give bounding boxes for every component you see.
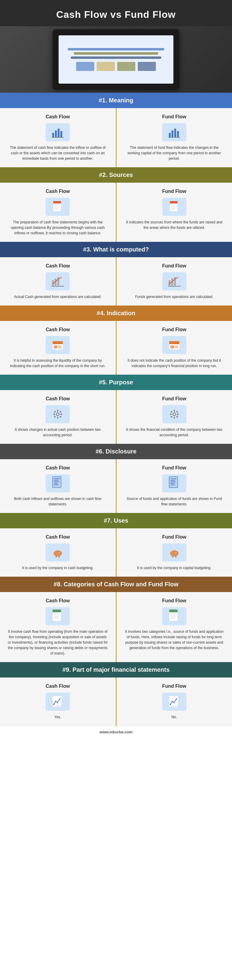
svg-rect-52	[170, 414, 172, 415]
svg-point-98	[55, 701, 56, 702]
cashflow-icon-5	[46, 405, 70, 423]
fundflow-title-6: Fund Flow	[162, 465, 186, 471]
laptop-screen	[59, 35, 173, 84]
svg-rect-20	[171, 208, 176, 208]
svg-rect-6	[171, 130, 173, 137]
cashflow-col-7: Cash Flow It is used by the company in c…	[0, 528, 117, 577]
svg-rect-69	[170, 482, 176, 482]
cashflow-col-3: Cash Flow Actual Cash generated from ope…	[0, 257, 117, 305]
svg-rect-71	[170, 485, 175, 485]
comparison-row-1: Cash Flow The statement of cash flow ind…	[0, 108, 232, 167]
cashflow-title-8: Cash Flow	[46, 598, 70, 603]
fundflow-icon-8	[162, 607, 186, 625]
cashflow-title-4: Cash Flow	[46, 327, 70, 332]
svg-point-49	[173, 413, 175, 415]
section-number-1: #1. Meaning	[99, 97, 133, 103]
svg-rect-36	[170, 345, 174, 348]
cashflow-text-1: The statement of cash flow indicates the…	[7, 145, 109, 161]
cashflow-icon-3	[46, 272, 70, 290]
fundflow-text-2: It indicates the sources from where the …	[124, 220, 225, 231]
section-5: #5. Purpose Cash Flow It shows changes i…	[0, 375, 232, 444]
section-number-5: #5. Purpose	[99, 379, 133, 385]
fundflow-icon-4	[162, 336, 186, 354]
comparison-row-6: Cash Flow Both cash inflows and outflows…	[0, 459, 232, 513]
cashflow-col-9: Cash Flow Yes.	[0, 678, 117, 726]
cashflow-icon-8	[46, 607, 70, 625]
fundflow-text-4: It does not indicate the cash position o…	[124, 358, 225, 369]
page-header: Cash Flow vs Fund Flow	[0, 0, 232, 26]
svg-rect-8	[177, 131, 179, 137]
svg-rect-92	[170, 614, 176, 614]
svg-rect-62	[54, 482, 59, 482]
cashflow-text-7: It is used by the company in cash budget…	[22, 565, 94, 571]
comparison-row-9: Cash Flow Yes. Fund Flow No.	[0, 678, 232, 726]
svg-rect-95	[170, 618, 174, 619]
svg-rect-43	[60, 414, 62, 415]
section-number-4: #4. Indication	[97, 310, 135, 317]
fundflow-title-3: Fund Flow	[162, 263, 186, 269]
svg-rect-47	[59, 415, 62, 418]
svg-rect-55	[176, 410, 178, 413]
section-header-8: #8. Categories of Cash Flow and Fund Flo…	[0, 577, 232, 592]
fundflow-icon-2	[162, 198, 186, 216]
section-9: #9. Part of major financial statements C…	[0, 662, 232, 726]
comparison-row-7: Cash Flow It is used by the company in c…	[0, 528, 232, 577]
screen-bar-1	[68, 48, 164, 51]
cashflow-text-3: Actual Cash generated from operations ar…	[14, 294, 101, 299]
screen-bar-3	[71, 56, 161, 59]
fundflow-text-5: It shows the financial condition of the …	[124, 427, 225, 438]
fundflow-col-3: Fund Flow Funds generated from operation…	[117, 257, 232, 305]
section-number-8: #8. Categories of Cash Flow and Fund Flo…	[53, 581, 178, 587]
fundflow-col-7: Fund Flow It is used by the company in c…	[117, 528, 232, 577]
section-number-7: #7. Uses	[104, 517, 128, 524]
svg-rect-54	[170, 410, 173, 413]
svg-rect-94	[170, 617, 176, 617]
svg-rect-86	[54, 614, 60, 614]
comparison-row-2: Cash Flow The preparation of cash flow s…	[0, 183, 232, 242]
cashflow-text-2: The preparation of cash flow statements …	[7, 220, 109, 236]
cashflow-col-6: Cash Flow Both cash inflows and outflows…	[0, 459, 117, 513]
fundflow-title-9: Fund Flow	[162, 684, 186, 689]
section-number-3: #3. What is computed?	[83, 246, 149, 253]
svg-rect-35	[169, 341, 179, 344]
svg-rect-18	[171, 205, 176, 205]
section-header-5: #5. Purpose	[0, 375, 232, 390]
fundflow-col-4: Fund Flow It does not indicate the cash …	[117, 321, 232, 375]
section-number-9: #9. Part of major financial statements	[62, 666, 170, 673]
svg-point-99	[57, 702, 58, 703]
section-number-2: #2. Sources	[99, 172, 133, 178]
section-header-3: #3. What is computed?	[0, 242, 232, 257]
laptop-graphic	[53, 29, 179, 90]
cashflow-icon-1	[46, 123, 70, 141]
svg-rect-87	[54, 615, 59, 616]
svg-rect-45	[59, 410, 62, 413]
hero-image	[0, 26, 232, 93]
svg-rect-21	[171, 209, 174, 210]
fundflow-title-8: Fund Flow	[162, 598, 186, 603]
cashflow-title-1: Cash Flow	[46, 114, 70, 119]
svg-rect-102	[169, 696, 178, 707]
section-1: #1. Meaning Cash Flow The statement of c…	[0, 93, 232, 167]
fundflow-title-1: Fund Flow	[162, 114, 186, 119]
svg-rect-91	[169, 609, 178, 612]
svg-rect-81	[175, 556, 176, 558]
svg-rect-74	[56, 556, 57, 558]
svg-rect-40	[57, 410, 58, 412]
section-number-6: #6. Disclosure	[96, 448, 136, 455]
svg-rect-14	[54, 208, 59, 208]
svg-point-79	[176, 551, 178, 553]
svg-rect-3	[61, 131, 62, 137]
cashflow-title-9: Cash Flow	[46, 684, 70, 689]
svg-rect-42	[53, 414, 55, 415]
svg-rect-93	[170, 615, 175, 616]
svg-rect-15	[54, 209, 58, 210]
cashflow-icon-9	[46, 693, 70, 711]
cashflow-title-5: Cash Flow	[46, 396, 70, 401]
svg-rect-85	[53, 609, 61, 612]
section-header-1: #1. Meaning	[0, 93, 232, 108]
footer-text: www.educba.com	[99, 730, 132, 734]
svg-rect-22	[52, 280, 54, 286]
svg-point-97	[53, 704, 54, 705]
svg-point-76	[59, 552, 60, 554]
section-4: #4. Indication Cash Flow It is helpful i…	[0, 305, 232, 375]
